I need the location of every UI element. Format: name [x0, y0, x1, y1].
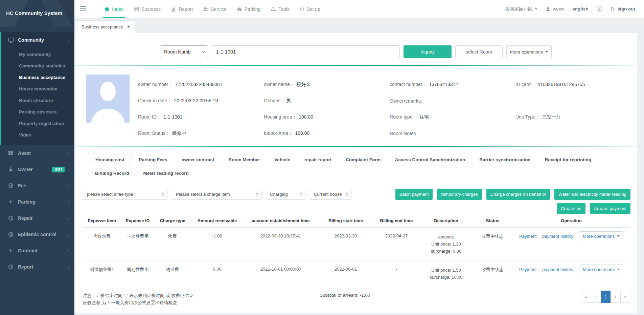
- charging-select[interactable]: Charging: [266, 189, 305, 200]
- sidebar-item-fee[interactable]: Fee ›: [1, 177, 74, 194]
- pagination-prev[interactable]: ‹: [591, 291, 601, 303]
- meter-reading-button[interactable]: Water and electricity meter reading: [554, 189, 630, 200]
- tab-receipt-for-reprinting[interactable]: Receipt for reprinting: [538, 153, 598, 166]
- app-root: HC Community System Community › My commu…: [0, 0, 644, 315]
- language-toggle[interactable]: english: [572, 6, 588, 12]
- cell-operation: Payment payment history More operations: [512, 261, 630, 287]
- payment-link[interactable]: Payment: [519, 267, 536, 272]
- sidebar-item-epidemic-control[interactable]: Epidemic control ›: [1, 226, 74, 243]
- tab-complaint-form[interactable]: Complaint Form: [339, 153, 388, 166]
- community-name: 美满家园小区: [505, 6, 532, 12]
- col-billing-start-time: Billing start time: [318, 215, 374, 228]
- sidebar-item-contract[interactable]: Contract ›: [1, 243, 74, 259]
- cell-expense-item: 代收水费: [83, 228, 121, 261]
- inquiry-button[interactable]: Inquiry: [404, 45, 452, 58]
- more-operations-button[interactable]: more operations: [506, 45, 552, 58]
- nav-label: Set up: [306, 6, 320, 12]
- field-gender: Gender：男: [264, 98, 390, 104]
- tab-access-control-synchronization[interactable]: Access Control Synchronization: [388, 153, 472, 166]
- sidebar-item-parking-structure[interactable]: Parking structure: [1, 106, 74, 118]
- search-row: Room Numb Inquiry select Room more opera…: [74, 33, 637, 65]
- tab-set-up[interactable]: ⚙ Set up: [295, 0, 325, 18]
- chevron-right-icon: ›: [68, 167, 70, 172]
- house-select[interactable]: Current house: [310, 189, 351, 200]
- sidebar-item-video[interactable]: Video: [1, 129, 74, 141]
- tab-report[interactable]: Report: [166, 0, 198, 18]
- tab-repair-report[interactable]: repair report: [297, 153, 339, 166]
- field-check-in-date: Check-in date：2022-03-22 09:55:19: [138, 98, 264, 104]
- select-room-button[interactable]: select Room: [455, 45, 503, 58]
- charge-on-behalf-button[interactable]: Charge charges on behalf of: [486, 189, 550, 200]
- room-search-input[interactable]: [212, 45, 400, 58]
- avatar: [86, 75, 130, 123]
- bar-chart-icon: [171, 6, 176, 12]
- community-select[interactable]: 美满家园小区: [505, 6, 537, 12]
- sidebar-item-parking[interactable]: Parking ›: [1, 194, 74, 210]
- pagination-page-1[interactable]: 1: [601, 291, 611, 303]
- sidebar-item-community-statistics[interactable]: Community statistics: [1, 60, 74, 72]
- pagination: « ‹ 1 › »: [581, 291, 630, 303]
- sidebar-group-label: Contract: [18, 248, 38, 253]
- sidebar-item-owner[interactable]: Owner HOT ›: [1, 161, 74, 177]
- tab-owner-contract[interactable]: owner contract: [175, 153, 222, 166]
- user-menu[interactable]: wuxw: [546, 6, 564, 12]
- sidebar-item-property-registration[interactable]: Property registration: [1, 118, 74, 129]
- tab-room-member[interactable]: Room Member: [221, 153, 267, 166]
- cell-billing-start-time: 2022-06-01: [318, 261, 374, 287]
- create-fee-button[interactable]: Create fee: [557, 203, 585, 214]
- cell-status: 收费中状态: [473, 261, 512, 287]
- sidebar-item-house-renovation[interactable]: House renovation: [1, 83, 74, 95]
- help-icon[interactable]: ?: [597, 6, 602, 12]
- fee-buttons-row2: Create fee Arrears payment: [557, 203, 630, 214]
- arrears-payment-button[interactable]: Arrears payment: [590, 203, 630, 214]
- col-expense-id: Expense ID: [121, 215, 155, 228]
- row-more-operations-button[interactable]: More operations: [579, 265, 623, 274]
- payment-link[interactable]: Payment: [519, 234, 536, 239]
- tab-business[interactable]: Business: [129, 0, 166, 18]
- sidebar-item-asset[interactable]: Asset ›: [1, 145, 74, 161]
- pagination-last[interactable]: »: [620, 291, 630, 303]
- sidebar-item-repair[interactable]: Repair ›: [1, 210, 74, 226]
- chevron-right-icon: ›: [68, 248, 70, 254]
- sidebar-item-business-acceptance[interactable]: Business acceptance: [1, 72, 74, 83]
- tab-meter-reading-record[interactable]: Meter reading record: [136, 169, 196, 178]
- sidebar-group-label: Parking: [18, 199, 35, 205]
- sidebar-item-room-structure[interactable]: Room structure: [1, 95, 74, 106]
- globe-icon: [8, 232, 14, 237]
- menu-toggle-icon[interactable]: [80, 6, 86, 12]
- sign-out-button[interactable]: sign out: [611, 6, 636, 12]
- sidebar: HC Community System Community › My commu…: [0, 0, 74, 315]
- row-more-operations-button[interactable]: More operations: [579, 231, 623, 241]
- pagination-first[interactable]: «: [581, 291, 591, 303]
- pagination-next[interactable]: ›: [611, 291, 621, 303]
- fee-buttons-row1: Batch payment temporary charges Charge c…: [395, 189, 630, 200]
- field-housing-area: Housing area：100.00: [264, 114, 390, 120]
- fee-type-select[interactable]: please select a fee type: [83, 189, 167, 200]
- tab-tools[interactable]: Tools: [266, 0, 295, 18]
- sidebar-group-epidemic-control: Epidemic control ›: [0, 226, 74, 243]
- tab-barrier-synchronization[interactable]: Barrier synchronization: [472, 153, 538, 166]
- payment-history-link[interactable]: payment history: [542, 234, 573, 239]
- tab-binding-record[interactable]: Binding Record: [88, 169, 136, 178]
- sidebar-group-community: Community › My community Community stati…: [0, 32, 74, 145]
- sidebar-item-report[interactable]: Report ›: [1, 259, 74, 275]
- tab-housing-cost[interactable]: Housing cost: [88, 153, 132, 166]
- batch-payment-button[interactable]: Batch payment: [395, 189, 433, 200]
- globe-icon: [8, 264, 14, 270]
- tab-parking[interactable]: Parking: [232, 0, 266, 18]
- tab-index[interactable]: Index: [99, 0, 129, 18]
- page-tab-business-acceptance[interactable]: Business acceptance ✖: [75, 20, 135, 33]
- tab-vehicle[interactable]: Vehicle: [267, 153, 297, 166]
- search-type-select[interactable]: Room Numb: [160, 45, 208, 58]
- close-icon[interactable]: ✖: [127, 25, 130, 28]
- temporary-charges-button[interactable]: temporary charges: [437, 189, 482, 200]
- payment-history-link[interactable]: payment history: [542, 267, 573, 272]
- sidebar-item-my-community[interactable]: My community: [1, 49, 74, 60]
- tab-service[interactable]: Service: [198, 0, 232, 18]
- nav-label: Report: [179, 6, 193, 12]
- charge-item-select[interactable]: Please select a charge item: [172, 189, 261, 200]
- table-row: 代收水费 一次性费用 水费 -1.00 2022-03-30 10:27:41 …: [83, 228, 630, 261]
- tab-parking-fees[interactable]: Parking Fees: [132, 153, 175, 166]
- sidebar-group-label: Epidemic control: [18, 232, 56, 237]
- sidebar-item-community[interactable]: Community ›: [1, 32, 74, 48]
